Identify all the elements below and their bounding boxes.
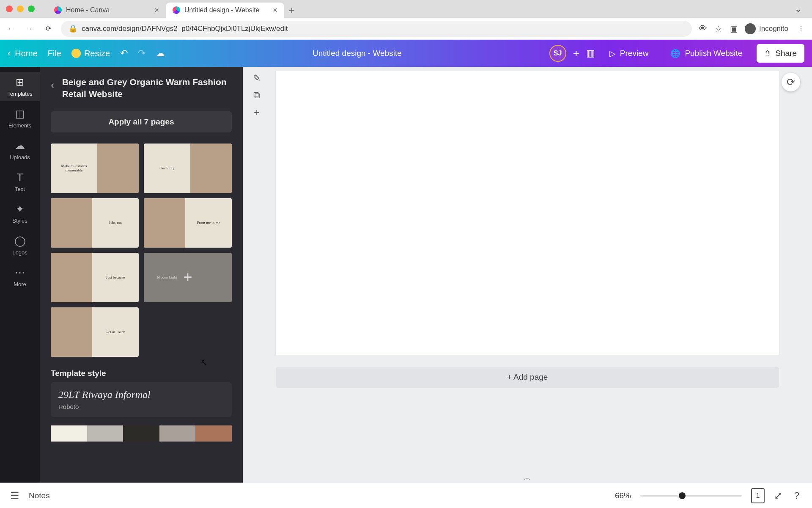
kebab-menu-icon[interactable]: ⋮ — [795, 23, 807, 35]
canvas-side-tools: ✎ ⧉ ＋ — [250, 72, 263, 119]
thumb-caption: Moone Light — [144, 253, 190, 302]
canvas-page[interactable] — [276, 71, 779, 355]
refresh-button[interactable]: ⟳ — [782, 73, 800, 91]
elements-icon: ◫ — [15, 108, 25, 120]
duplicate-icon[interactable]: ⧉ — [250, 89, 263, 102]
extensions-icon[interactable]: ▣ — [730, 24, 738, 34]
globe-icon: 🌐 — [670, 49, 680, 58]
swatch[interactable] — [123, 425, 159, 442]
template-page-thumb[interactable]: Get in Touch — [51, 307, 139, 357]
thumb-caption: Just because — [92, 253, 139, 302]
rail-elements[interactable]: ◫ Elements — [0, 104, 40, 133]
canva-favicon-icon — [54, 6, 62, 14]
rail-styles[interactable]: ✦ Styles — [0, 199, 40, 228]
eye-icon[interactable]: 👁 — [699, 24, 707, 33]
undo-button[interactable]: ↶ — [120, 48, 128, 59]
incognito-icon — [745, 23, 756, 34]
zoom-slider[interactable] — [640, 495, 742, 497]
add-collaborator-button[interactable]: + — [573, 47, 579, 60]
traffic-lights — [6, 6, 35, 12]
swatch[interactable] — [195, 425, 232, 442]
new-tab-button[interactable]: + — [284, 3, 299, 18]
zoom-slider-thumb[interactable] — [679, 492, 686, 499]
swatch[interactable] — [159, 425, 196, 442]
maximize-window-icon[interactable] — [28, 6, 35, 12]
nav-forward-button: → — [24, 23, 36, 35]
uploads-icon: ☁ — [15, 140, 25, 152]
home-button[interactable]: ‹ Home — [8, 48, 38, 59]
thumb-caption: From me to me — [185, 198, 232, 248]
help-icon[interactable]: ？ — [792, 489, 802, 502]
template-title: Beige and Grey Organic Warm Fashion Reta… — [62, 76, 232, 100]
thumb-caption: I do, too — [92, 198, 139, 248]
bookmark-star-icon[interactable]: ☆ — [715, 24, 722, 34]
logos-icon: ◯ — [14, 235, 26, 247]
template-page-thumb[interactable]: I do, too — [51, 198, 139, 248]
close-tab-icon[interactable]: × — [273, 6, 277, 15]
resize-button[interactable]: Resize — [71, 49, 110, 58]
template-page-thumb[interactable]: Moone Light — [144, 253, 232, 302]
notes-icon[interactable]: ☰ — [10, 490, 19, 502]
share-button[interactable]: ⇪ Share — [757, 44, 804, 63]
canvas-area: ✎ ⧉ ＋ ⟳ + Add page ︿ — [243, 67, 812, 483]
tab-title: Home - Canva — [66, 6, 110, 14]
close-window-icon[interactable] — [6, 6, 13, 12]
browser-tab-home-canva[interactable]: Home - Canva × — [47, 3, 166, 18]
publish-button[interactable]: 🌐 Publish Website — [663, 44, 750, 63]
redo-button[interactable]: ↷ — [138, 48, 145, 59]
nav-back-button[interactable]: ← — [5, 23, 17, 35]
rail-uploads[interactable]: ☁ Uploads — [0, 135, 40, 165]
resize-label: Resize — [84, 49, 110, 58]
share-label: Share — [775, 49, 797, 58]
browser-tab-design[interactable]: Untitled design - Website × — [166, 3, 284, 18]
profile-badge[interactable]: Incognito — [745, 23, 788, 34]
rail-label: Styles — [12, 218, 27, 224]
canva-favicon-icon — [173, 6, 180, 14]
secondary-font-name: Roboto — [58, 403, 224, 410]
url-text: canva.com/design/DAFNVgs2_p0/f4CFnbQjxDi… — [82, 25, 288, 33]
swatch[interactable] — [87, 425, 123, 442]
user-avatar[interactable]: SJ — [549, 45, 566, 62]
rail-templates[interactable]: ⊞ Templates — [0, 72, 40, 101]
notes-label[interactable]: Notes — [29, 491, 50, 500]
add-icon[interactable]: ＋ — [250, 106, 263, 119]
apply-all-pages-button[interactable]: Apply all 7 pages — [51, 111, 232, 133]
panel-back-button[interactable]: ‹ — [51, 79, 55, 92]
crown-icon — [71, 49, 81, 58]
add-page-button[interactable]: + Add page — [276, 367, 779, 388]
cloud-save-icon[interactable]: ☁ — [156, 48, 165, 59]
design-title[interactable]: Untitled design - Website — [165, 49, 549, 58]
publish-label: Publish Website — [685, 49, 742, 58]
file-menu[interactable]: File — [48, 49, 61, 58]
template-page-thumb[interactable]: Just because — [51, 253, 139, 302]
template-page-thumb[interactable]: From me to me — [144, 198, 232, 248]
page-indicator[interactable]: 1 — [751, 488, 765, 503]
canva-toolbar: ‹ Home File Resize ↶ ↷ ☁ Untitled design… — [0, 40, 812, 67]
close-tab-icon[interactable]: × — [154, 6, 159, 15]
comments-icon[interactable]: ✎ — [250, 72, 263, 85]
rail-more[interactable]: ⋯ More — [0, 262, 40, 292]
zoom-percent-label[interactable]: 66% — [615, 491, 631, 500]
fullscreen-icon[interactable]: ⤢ — [774, 490, 782, 502]
rail-label: Elements — [8, 122, 31, 129]
analytics-icon[interactable]: ▥ — [586, 48, 595, 59]
rail-text[interactable]: T Text — [0, 167, 40, 196]
expand-pages-handle[interactable]: ︿ — [524, 472, 531, 483]
url-actions: 👁 ☆ ▣ — [699, 24, 738, 34]
tab-overflow-icon[interactable]: ⌄ — [795, 4, 806, 14]
template-page-thumb[interactable]: Make milestones memorable — [51, 144, 139, 193]
template-page-thumb[interactable]: Our Story — [144, 144, 232, 193]
thumb-caption: Our Story — [144, 144, 190, 193]
reload-button[interactable]: ⟳ — [42, 23, 54, 35]
color-palette[interactable] — [51, 425, 232, 442]
share-icon: ⇪ — [764, 49, 771, 58]
minimize-window-icon[interactable] — [17, 6, 24, 12]
rail-label: Uploads — [10, 154, 30, 160]
left-rail: ⊞ Templates ◫ Elements ☁ Uploads T Text … — [0, 67, 40, 483]
address-input[interactable]: 🔒 canva.com/design/DAFNVgs2_p0/f4CFnbQjx… — [61, 21, 692, 37]
rail-logos[interactable]: ◯ Logos — [0, 231, 40, 260]
swatch[interactable] — [51, 425, 87, 442]
preview-button[interactable]: ▷ Preview — [602, 44, 656, 63]
thumb-caption: Get in Touch — [92, 307, 139, 357]
style-fonts-block[interactable]: 29LT Riwaya Informal Roboto — [51, 382, 232, 417]
